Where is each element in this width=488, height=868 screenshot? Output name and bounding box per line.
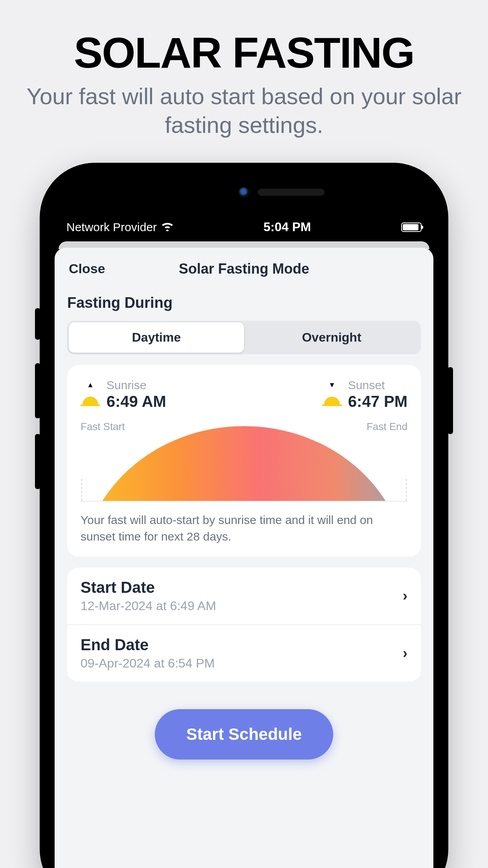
modal-sheet: Close Solar Fasting Mode Fasting During … [55, 248, 433, 868]
sun-arc-icon [81, 426, 407, 501]
sunset-label: Sunset [348, 379, 407, 392]
sunrise-cell: ▲ Sunrise 6:49 AM [81, 379, 166, 410]
side-button [35, 308, 40, 340]
speaker-icon [258, 189, 325, 196]
status-time: 5:04 PM [264, 220, 311, 234]
modal-title: Solar Fasting Mode [179, 261, 309, 277]
sunset-cell: ▼ Sunset 6:47 PM [322, 379, 407, 410]
sun-arc-chart: Fast Start Fast End [81, 423, 407, 502]
promo-header: SOLAR FASTING Your fast will auto start … [0, 0, 488, 147]
start-date-value: 12-Mar-2024 at 6:49 AM [81, 599, 216, 613]
svg-rect-0 [81, 405, 100, 406]
promo-subtitle: Your fast will auto start based on your … [24, 82, 464, 139]
sunset-time: 6:47 PM [348, 393, 407, 410]
date-list: Start Date 12-Mar-2024 at 6:49 AM › End … [67, 568, 421, 682]
chevron-right-icon: › [403, 588, 407, 604]
close-button[interactable]: Close [69, 261, 105, 276]
modal-nav: Close Solar Fasting Mode [55, 248, 433, 287]
side-button [35, 434, 40, 489]
sunrise-time: 6:49 AM [106, 393, 166, 410]
chevron-right-icon: › [403, 645, 407, 662]
svg-rect-1 [322, 405, 342, 406]
sunrise-label: Sunrise [106, 379, 166, 392]
camera-icon [238, 187, 250, 198]
segmented-control: Daytime Overnight [67, 321, 421, 354]
battery-icon [401, 223, 422, 232]
start-schedule-button[interactable]: Start Schedule [155, 709, 333, 760]
promo-title: SOLAR FASTING [24, 28, 464, 77]
start-date-row[interactable]: Start Date 12-Mar-2024 at 6:49 AM › [67, 568, 421, 624]
sun-card-note: Your fast will auto-start by sunrise tim… [81, 512, 407, 545]
tab-daytime[interactable]: Daytime [69, 322, 244, 353]
start-date-title: Start Date [81, 579, 216, 596]
tab-overnight[interactable]: Overnight [244, 322, 419, 353]
device-frame: Network Provider 5:04 PM Close Solar Fas… [40, 163, 448, 868]
end-date-value: 09-Apr-2024 at 6:54 PM [81, 656, 215, 671]
end-date-row[interactable]: End Date 09-Apr-2024 at 6:54 PM › [67, 624, 421, 682]
sunrise-icon: ▲ [81, 390, 100, 410]
end-date-title: End Date [81, 636, 215, 654]
section-label-fasting-during: Fasting During [67, 294, 421, 311]
sunset-icon: ▼ [322, 390, 342, 410]
side-button [448, 367, 453, 434]
status-bar: Network Provider 5:04 PM [55, 220, 433, 241]
side-button [35, 363, 40, 418]
wifi-icon [161, 221, 173, 234]
carrier-label: Network Provider [66, 221, 157, 234]
sun-card: ▲ Sunrise 6:49 AM ▼ [67, 365, 421, 557]
